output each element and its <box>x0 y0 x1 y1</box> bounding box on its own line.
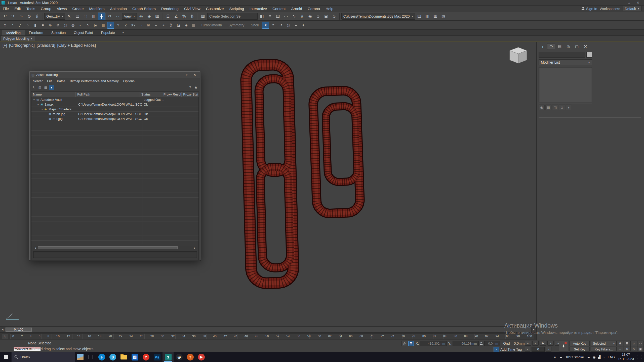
swift-loop-icon[interactable]: ◈ <box>183 22 190 29</box>
previous-frame-icon[interactable]: ‹ <box>532 341 539 346</box>
detach-icon[interactable]: ≠ <box>160 22 167 29</box>
zoom-region-icon[interactable]: ▭ <box>637 341 644 346</box>
tab-modeling[interactable]: Modeling <box>2 30 25 35</box>
scrollbar-thumb[interactable] <box>38 246 178 249</box>
selection-lock-icon[interactable]: ⊠ <box>408 341 414 346</box>
mini-listener-icon[interactable]: ▧ <box>440 13 447 20</box>
viewport[interactable]: [+] [Orthographic] [Standard] [Clay + Ed… <box>0 42 536 326</box>
layer-explorer-icon[interactable]: ▤ <box>274 13 282 20</box>
asset-dialog-titlebar[interactable]: ▤ Asset Tracking – □ ✕ <box>30 72 200 78</box>
tab-object-paint[interactable]: Object Paint <box>70 30 97 35</box>
edge-mode-icon[interactable]: ╱ <box>17 22 24 29</box>
edge-icon[interactable]: e <box>96 352 107 362</box>
menu-item[interactable]: Civil View <box>181 6 203 12</box>
network-icon[interactable]: ▟ <box>598 355 600 359</box>
explorer-icon[interactable] <box>118 352 129 362</box>
shrink-selection-icon[interactable]: ⊖ <box>54 22 61 29</box>
photos-icon[interactable]: ▨ <box>129 352 140 362</box>
render-production-icon[interactable]: ♨ <box>331 13 338 20</box>
menu-item[interactable]: Help <box>323 6 336 12</box>
isolate-selection-toggle-icon[interactable]: ◎ <box>401 341 407 346</box>
spinner-snap-icon[interactable]: ⇅ <box>188 13 196 20</box>
modify-tab-icon[interactable]: ◠ <box>547 43 555 50</box>
cut-icon[interactable]: ╳ <box>168 22 175 29</box>
create-polygon-icon[interactable]: ⊞ <box>145 22 152 29</box>
loop-selection-icon[interactable]: ◎ <box>62 22 69 29</box>
select-and-rotate-icon[interactable]: ↻ <box>106 13 113 20</box>
container-explorer-icon[interactable]: ▦ <box>432 13 439 20</box>
refresh-icon[interactable]: ↻ <box>31 85 37 90</box>
scroll-right-icon[interactable]: ▶ <box>193 246 197 250</box>
view-cube[interactable] <box>507 44 530 67</box>
constraint-y-button[interactable]: Y <box>115 22 122 29</box>
select-object-icon[interactable]: ↖ <box>66 13 73 20</box>
key-filters-button[interactable]: Key Filters... <box>591 347 617 352</box>
select-by-name-icon[interactable]: ▤ <box>74 13 81 20</box>
repeat-last-icon[interactable]: ↺ <box>277 22 284 29</box>
zoom-icon[interactable]: ⊕ <box>617 341 623 346</box>
menu-item[interactable]: Animation <box>107 6 130 12</box>
settings-icon[interactable]: ∗ <box>300 22 307 29</box>
taskbar-search-box[interactable]: Поиск <box>12 352 75 362</box>
set-keys-button[interactable]: + <box>559 341 568 351</box>
table-row[interactable]: ▾ ◍ Autodesk Vault Logged Out ... <box>31 97 198 102</box>
key-mode-dropdown[interactable]: Selected ▾ <box>591 341 617 346</box>
shell-button[interactable]: Shell <box>248 22 262 28</box>
table-row[interactable]: ▾ ◆ Maps / Shaders <box>31 107 198 112</box>
menu-item[interactable]: Graph Editors <box>130 6 158 12</box>
soft-selection-icon[interactable]: ◐ <box>77 22 84 29</box>
viewport-shading-menu[interactable]: [Clay + Edged Faces] <box>57 43 96 48</box>
menu-item[interactable]: Create <box>70 6 87 12</box>
snaps-toggle-3d-icon[interactable]: Ω <box>164 13 172 20</box>
report-icon[interactable]: ▤ <box>37 85 43 90</box>
rendered-frame-window-icon[interactable]: ▣ <box>323 13 330 20</box>
select-and-move-icon[interactable]: ╋ <box>98 13 105 20</box>
previous-key-icon[interactable]: ‹ <box>525 347 530 352</box>
pin-soft-selection-icon[interactable]: ▣ <box>92 22 99 29</box>
expand-icon[interactable]: ▾ <box>33 99 36 101</box>
menu-item[interactable]: Interactive <box>247 6 270 12</box>
y-coordinate-field[interactable]: -99,198mm <box>453 341 479 346</box>
maximize-viewport-icon[interactable]: ▣ <box>637 346 644 351</box>
x-coordinate-field[interactable]: 419,302mm <box>420 341 447 346</box>
menu-item[interactable]: Views <box>54 6 70 12</box>
ribbon-minimize-icon[interactable]: ▾ <box>123 31 124 34</box>
weather-text[interactable]: 18°C Smoke <box>566 355 584 359</box>
edit-geometry-icon[interactable]: ▦ <box>100 22 107 29</box>
menu-item[interactable]: File <box>0 6 12 12</box>
motion-tab-icon[interactable]: ◎ <box>564 43 572 50</box>
vertex-mode-icon[interactable]: ∴ <box>9 22 16 29</box>
dialog-menu-item[interactable]: Paths <box>55 79 67 83</box>
menu-item[interactable]: Customize <box>203 6 227 12</box>
antivirus-icon[interactable]: ◉ <box>593 355 595 359</box>
edit-named-selection-sets-icon[interactable]: ▦ <box>199 13 207 20</box>
skype-icon[interactable]: S <box>107 352 118 362</box>
dialog-menu-item[interactable]: File <box>45 79 55 83</box>
dialog-minimize-button[interactable]: – <box>176 72 183 77</box>
redo-icon[interactable]: ↷ <box>9 13 17 20</box>
falloff-icon[interactable]: ∿ <box>85 22 92 29</box>
keyboard-shortcut-override-icon[interactable]: ▦ <box>153 13 161 20</box>
dialog-menu-item[interactable]: Options <box>121 79 137 83</box>
tree-view-icon[interactable]: ▦ <box>43 85 48 90</box>
create-tab-icon[interactable]: + <box>539 43 547 50</box>
remove-modifier-icon[interactable]: ⊘ <box>559 105 565 110</box>
percent-snap-icon[interactable]: % <box>180 13 188 20</box>
language-indicator[interactable]: ENG <box>608 355 615 359</box>
quadrify-icon[interactable]: ▦ <box>190 22 197 29</box>
angle-snap-icon[interactable]: ∠ <box>172 13 180 20</box>
use-pivot-center-icon[interactable]: ◎ <box>137 13 145 20</box>
utilities-tab-icon[interactable]: ⚒ <box>581 43 589 50</box>
action-center-icon[interactable] <box>637 355 642 359</box>
hierarchy-tab-icon[interactable]: ▤ <box>556 43 564 50</box>
auto-key-button[interactable]: Auto Key <box>570 341 590 346</box>
set-key-button[interactable]: Set Key <box>570 347 590 352</box>
selection-filter-dropdown[interactable]: Geo...try ▾ <box>44 13 65 20</box>
slice-plane-icon[interactable]: ◪ <box>175 22 182 29</box>
menu-item[interactable]: Arnold <box>289 6 305 12</box>
menu-item[interactable]: Edit <box>12 6 24 12</box>
turbosmooth-button[interactable]: TurboSmooth <box>198 22 225 28</box>
highlight-editable-icon[interactable]: ▼ <box>49 85 54 90</box>
layer-manager-icon[interactable]: ▥ <box>424 13 431 20</box>
reference-coordinate-dropdown[interactable]: View ▾ <box>122 13 137 20</box>
